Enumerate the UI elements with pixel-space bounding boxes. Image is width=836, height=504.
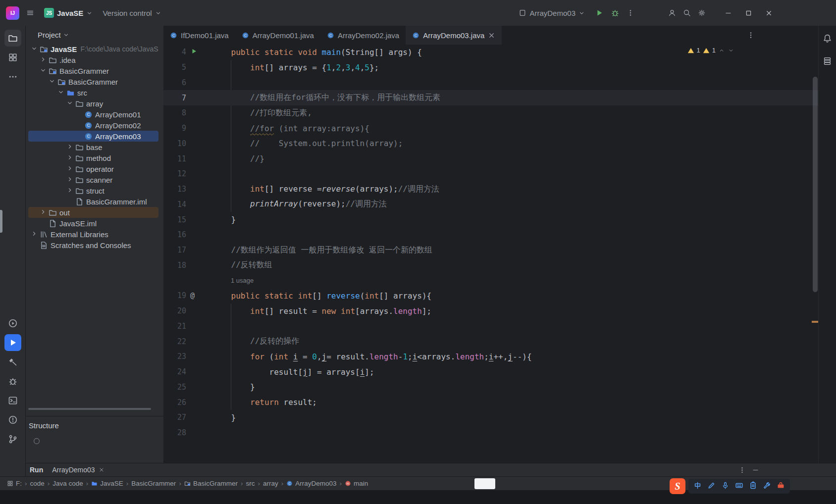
line-number[interactable]: 26 (163, 398, 186, 407)
line-number[interactable]: 13 (163, 185, 186, 194)
code-with-me-button[interactable] (665, 7, 679, 19)
project-panel-header[interactable]: Project (26, 26, 163, 44)
line-number[interactable]: 4 (163, 48, 186, 56)
tab-close-button[interactable] (488, 32, 495, 39)
editor-tab-ifdemo01-java[interactable]: CIfDemo01.java (163, 26, 235, 45)
breadcrumb-java-code[interactable]: Java code (52, 480, 84, 487)
line-number[interactable]: 22 (163, 337, 186, 346)
run-line-button[interactable] (190, 48, 198, 56)
tree-item-javase-iml[interactable]: JavaSE.iml (28, 218, 158, 229)
line-number[interactable]: 16 (163, 230, 186, 239)
sogou-logo[interactable]: S (670, 478, 685, 494)
line-number[interactable]: 12 (163, 169, 186, 178)
line-number[interactable]: 14 (163, 200, 186, 209)
line-number[interactable]: 5 (163, 63, 186, 72)
notifications-button[interactable] (820, 31, 835, 46)
line-number[interactable]: 28 (163, 428, 186, 437)
line-number[interactable]: 11 (163, 154, 186, 163)
line-number[interactable]: 25 (163, 383, 186, 392)
tree-item-arraydemo03[interactable]: CArrayDemo03 (28, 131, 158, 142)
line-number[interactable]: 27 (163, 413, 186, 422)
more-actions-button[interactable] (624, 7, 637, 19)
tree-item-scratches-and-consoles[interactable]: Scratches and Consoles (28, 240, 158, 251)
editor-tab-arraydemo02-java[interactable]: CArrayDemo02.java (320, 26, 406, 45)
hide-run-panel-button[interactable] (752, 466, 759, 474)
line-number[interactable]: 20 (163, 306, 186, 315)
tree-item-idea[interactable]: .idea (28, 54, 158, 65)
terminal-tool-button[interactable] (4, 392, 21, 409)
line-number[interactable]: 17 (163, 246, 186, 254)
ime-keyboard-button[interactable] (735, 481, 743, 491)
structure-panel-header[interactable]: Structure (26, 416, 163, 434)
tree-item-array[interactable]: array (28, 98, 158, 109)
ime-pen-button[interactable] (707, 481, 716, 491)
settings-button[interactable] (695, 7, 709, 19)
run-options-button[interactable] (738, 466, 746, 474)
tree-item-basicgrammer-iml[interactable]: BasicGrammer.iml (28, 196, 158, 207)
run-tool-button[interactable] (4, 334, 21, 351)
project-widget[interactable]: JS JavaSE (41, 6, 96, 20)
line-number[interactable]: 21 (163, 322, 186, 331)
project-tool-button[interactable] (4, 30, 21, 47)
breadcrumb-f[interactable]: F: (6, 480, 23, 487)
debug-button[interactable] (608, 6, 623, 19)
tree-item-operator[interactable]: operator (28, 163, 158, 174)
debug-tool-button[interactable] (4, 373, 21, 390)
breadcrumb-code[interactable]: code (29, 480, 46, 487)
tree-item-basicgrammer[interactable]: BasicGrammer (28, 76, 158, 87)
breadcrumb-src[interactable]: src (245, 480, 256, 487)
inspections-widget[interactable]: 1 1 (685, 46, 736, 55)
build-tool-button[interactable] (4, 353, 21, 370)
tree-item-struct[interactable]: struct (28, 185, 158, 196)
search-everywhere-button[interactable] (680, 7, 694, 19)
tree-item-basicgrammer[interactable]: BasicGrammer (28, 65, 158, 76)
breadcrumb-basicgrammer[interactable]: BasicGrammer (130, 480, 177, 487)
line-number[interactable]: 19 (163, 291, 186, 300)
left-stripe-handle[interactable] (0, 210, 2, 233)
tree-item-scanner[interactable]: scanner (28, 174, 158, 185)
previous-problem-button[interactable] (718, 47, 725, 54)
line-number[interactable]: 9 (163, 124, 186, 133)
tree-item-src[interactable]: src (28, 87, 158, 98)
usages-inlay-hint[interactable]: 1 usage (212, 277, 254, 284)
project-horizontal-scrollbar[interactable] (28, 408, 151, 410)
line-number[interactable]: 7 (163, 94, 186, 102)
close-button[interactable] (762, 7, 776, 19)
tree-item-method[interactable]: method (28, 152, 158, 163)
ime-clipboard-button[interactable] (749, 481, 757, 491)
services-tool-button[interactable] (4, 315, 21, 332)
tree-item-external-libraries[interactable]: External Libraries (28, 229, 158, 240)
breadcrumb-array[interactable]: array (262, 480, 279, 487)
tree-item-arraydemo02[interactable]: CArrayDemo02 (28, 120, 158, 131)
database-tool-button[interactable] (820, 53, 835, 68)
tree-item-javase[interactable]: JavaSEF:\code\Java code\JavaSE\JavaS (28, 44, 158, 54)
editor-tab-arraydemo01-java[interactable]: CArrayDemo01.java (235, 26, 320, 45)
line-number[interactable]: 18 (163, 261, 186, 270)
line-number[interactable]: 24 (163, 367, 186, 376)
tree-item-arraydemo01[interactable]: CArrayDemo01 (28, 109, 158, 120)
ime-chinese-button[interactable] (693, 481, 702, 491)
minimize-button[interactable] (722, 7, 735, 19)
run-tab[interactable]: ArrayDemo03 (52, 466, 104, 474)
run-configuration-selector[interactable]: ArrayDemo03 (516, 7, 588, 19)
ime-mic-button[interactable] (721, 481, 730, 491)
breadcrumb-main[interactable]: mmain (344, 480, 369, 487)
tree-item-base[interactable]: base (28, 142, 158, 152)
maximize-button[interactable] (742, 7, 755, 19)
next-problem-button[interactable] (728, 47, 734, 54)
breadcrumb-javase[interactable]: JavaSE (90, 480, 124, 487)
version-control-tool-button[interactable] (4, 431, 21, 448)
code-editor[interactable]: 4 public static void main(String[] args)… (163, 45, 818, 463)
ime-toolbox-button[interactable] (777, 481, 785, 491)
problems-tool-button[interactable] (4, 411, 21, 428)
main-menu-button[interactable] (23, 7, 37, 19)
breadcrumb-arraydemo03[interactable]: CArrayDemo03 (285, 480, 337, 487)
editor-tab-arraydemo03-java[interactable]: CArrayDemo03.java (406, 26, 502, 45)
line-number[interactable]: 10 (163, 139, 186, 148)
tree-item-out[interactable]: out (28, 207, 158, 218)
structure-tool-button[interactable] (4, 49, 21, 66)
line-number[interactable]: 6 (163, 78, 186, 87)
vcs-widget[interactable]: Version control (100, 7, 164, 19)
ime-wrench-button[interactable] (763, 481, 771, 491)
editor-scrollbar[interactable] (813, 77, 818, 292)
